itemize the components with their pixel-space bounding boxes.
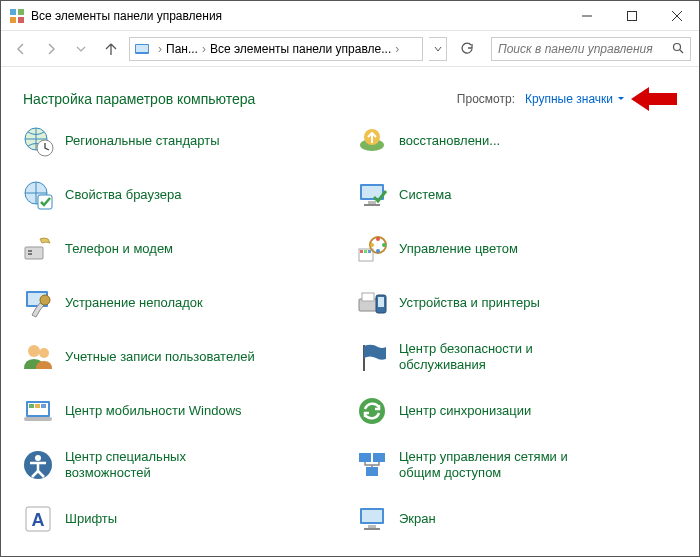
fonts-icon: A xyxy=(21,502,55,536)
search-input[interactable] xyxy=(498,42,668,56)
svg-point-51 xyxy=(359,398,385,424)
svg-rect-61 xyxy=(368,525,376,528)
item-troubleshooting[interactable]: Устранение неполадок xyxy=(21,283,355,323)
item-fonts[interactable]: A Шрифты xyxy=(21,499,355,539)
users-icon xyxy=(21,340,55,374)
svg-point-32 xyxy=(382,243,386,247)
svg-point-53 xyxy=(35,455,41,461)
svg-rect-62 xyxy=(364,528,380,530)
recent-locations-button[interactable] xyxy=(69,37,93,61)
window-title: Все элементы панели управления xyxy=(31,9,564,23)
item-language[interactable]: A字 Язык xyxy=(355,553,689,557)
item-label: Экран xyxy=(399,511,436,527)
item-system[interactable]: Система xyxy=(355,175,689,215)
breadcrumb-separator-icon: › xyxy=(202,42,206,56)
item-label: Телефон и модем xyxy=(65,241,173,257)
devices-icon xyxy=(355,286,389,320)
items-grid: Региональные стандарты восстановлени... … xyxy=(1,121,699,557)
sync-icon xyxy=(355,394,389,428)
ease-access-icon xyxy=(21,448,55,482)
svg-rect-24 xyxy=(28,250,32,252)
svg-rect-56 xyxy=(366,467,378,476)
item-phone-modem[interactable]: Телефон и модем xyxy=(21,229,355,269)
flag-icon xyxy=(355,340,389,374)
item-network-sharing[interactable]: Центр управления сетями и общим доступом xyxy=(355,445,689,485)
svg-line-11 xyxy=(680,50,683,53)
svg-marker-12 xyxy=(631,87,677,111)
item-mobility-center[interactable]: Центр мобильности Windows xyxy=(21,391,355,431)
forward-button[interactable] xyxy=(39,37,63,61)
item-backup-restore[interactable]: восстановлени... xyxy=(355,121,689,161)
item-label: Центр безопасности и обслуживания xyxy=(399,341,589,374)
refresh-button[interactable] xyxy=(455,37,479,61)
minimize-button[interactable] xyxy=(564,1,609,30)
svg-point-43 xyxy=(39,348,49,358)
item-label: Свойства браузера xyxy=(65,187,181,203)
view-label: Просмотр: xyxy=(457,92,515,106)
back-button[interactable] xyxy=(9,37,33,61)
breadcrumb-separator-icon: › xyxy=(395,42,399,56)
item-display[interactable]: Экран xyxy=(355,499,689,539)
item-power-options[interactable]: Электропитание xyxy=(21,553,164,557)
backup-icon xyxy=(355,124,389,158)
breadcrumb-seg-2[interactable]: Все элементы панели управле... xyxy=(210,42,391,56)
svg-rect-1 xyxy=(18,9,24,15)
svg-rect-0 xyxy=(10,9,16,15)
item-label: Шрифты xyxy=(65,511,117,527)
item-label: Центр синхронизации xyxy=(399,403,531,419)
item-label: Устройства и принтеры xyxy=(399,295,540,311)
breadcrumb[interactable]: › Пан... › Все элементы панели управле..… xyxy=(129,37,423,61)
browser-check-icon xyxy=(21,178,55,212)
display-icon xyxy=(355,502,389,536)
svg-rect-48 xyxy=(35,404,40,408)
svg-rect-39 xyxy=(362,293,374,301)
breadcrumb-seg-1[interactable]: Пан... xyxy=(166,42,198,56)
item-user-accounts[interactable]: Учетные записи пользователей xyxy=(21,337,355,377)
item-color-management[interactable]: Управление цветом xyxy=(355,229,689,269)
phone-modem-icon xyxy=(21,232,55,266)
svg-rect-47 xyxy=(29,404,34,408)
svg-point-31 xyxy=(376,237,380,241)
svg-rect-25 xyxy=(28,253,32,255)
svg-text:A: A xyxy=(32,510,45,530)
svg-rect-60 xyxy=(362,510,382,522)
svg-rect-29 xyxy=(368,250,371,253)
globe-clock-icon xyxy=(21,124,55,158)
svg-point-37 xyxy=(40,295,50,305)
item-regional-standards[interactable]: Региональные стандарты xyxy=(21,121,355,161)
app-icon xyxy=(9,8,25,24)
item-label: Система xyxy=(399,187,451,203)
chevron-down-icon xyxy=(617,92,625,106)
svg-rect-28 xyxy=(364,250,367,253)
item-sync-center[interactable]: Центр синхронизации xyxy=(355,391,689,431)
item-label: Управление цветом xyxy=(399,241,518,257)
item-label: восстановлени... xyxy=(399,133,500,149)
network-icon xyxy=(355,448,389,482)
svg-point-42 xyxy=(28,345,40,357)
item-internet-options[interactable]: Свойства браузера xyxy=(21,175,355,215)
svg-rect-50 xyxy=(24,417,52,421)
svg-rect-3 xyxy=(18,17,24,23)
svg-point-33 xyxy=(376,249,380,253)
item-ease-of-access[interactable]: Центр специальных возможностей xyxy=(21,445,355,485)
control-panel-icon xyxy=(134,41,150,57)
search-box[interactable] xyxy=(491,37,691,61)
breadcrumb-dropdown[interactable] xyxy=(429,37,447,61)
troubleshoot-icon xyxy=(21,286,55,320)
svg-rect-54 xyxy=(359,453,371,462)
item-label: Региональные стандарты xyxy=(65,133,219,149)
item-security-maintenance[interactable]: Центр безопасности и обслуживания xyxy=(355,337,689,377)
svg-rect-22 xyxy=(364,204,380,206)
view-selector[interactable]: Крупные значки xyxy=(525,92,625,106)
svg-point-10 xyxy=(674,43,681,50)
item-label: Центр мобильности Windows xyxy=(65,403,242,419)
view-value-text: Крупные значки xyxy=(525,92,613,106)
up-button[interactable] xyxy=(99,37,123,61)
close-button[interactable] xyxy=(654,1,699,30)
system-icon xyxy=(355,178,389,212)
svg-rect-23 xyxy=(25,247,43,259)
item-label: Устранение неполадок xyxy=(65,295,203,311)
item-devices-printers[interactable]: Устройства и принтеры xyxy=(355,283,689,323)
maximize-button[interactable] xyxy=(609,1,654,30)
page-heading: Настройка параметров компьютера xyxy=(23,91,457,107)
